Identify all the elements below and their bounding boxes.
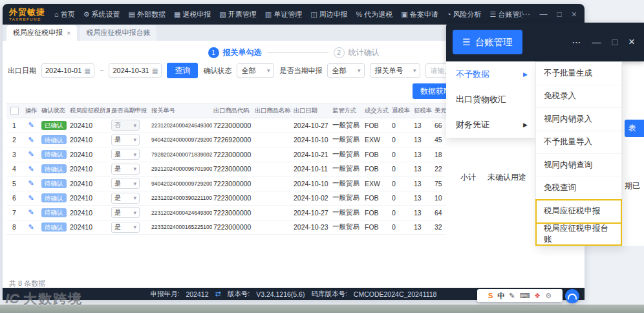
edit-pencil-icon[interactable]: ✎ [28, 121, 34, 129]
nav-item[interactable]: ▣ 备案申请 [401, 10, 438, 19]
chevron-down-icon: ▾ [267, 67, 270, 74]
edit-pencil-icon[interactable]: ✎ [28, 136, 34, 144]
ime-icon[interactable]: ✎ [509, 292, 515, 299]
date-to-input[interactable]: 2024-10-31 ▦ [109, 63, 162, 78]
ime-icon[interactable]: ❖ [534, 292, 541, 299]
ime-icon[interactable]: ⌨ [519, 292, 530, 299]
tab-close-icon[interactable]: × [67, 29, 70, 37]
tab-tax-declare-ledger[interactable]: 税局应征税申报台账 [79, 25, 157, 41]
nav-item[interactable]: ◔ 风险分析 [447, 10, 482, 19]
calendar-icon[interactable]: ▦ [85, 67, 91, 74]
edit-pencil-icon[interactable]: ✎ [28, 208, 34, 216]
header-tax-period: 税局应征税所属期 [69, 107, 110, 115]
current-period-row-select[interactable]: 是 ▾ [111, 135, 140, 146]
status-badge: 待确认 [41, 135, 67, 144]
row-refund-rate: 0 [391, 180, 413, 188]
filter-bar: 出口日期 2024-10-01 ▦ ~ 2024-10-31 ▦ 查询 确认状态… [8, 63, 488, 78]
menu-left-panel: 不予数据 ▶ 出口货物收汇 财务凭证 ▶ [446, 61, 535, 138]
assistant-button[interactable] [565, 289, 579, 303]
submenu-item[interactable]: 视同内销查询 [536, 154, 621, 177]
tab-tax-declare[interactable]: 税局应征税申报 × [6, 25, 77, 41]
current-period-row-select[interactable]: 是 ▾ [111, 222, 140, 233]
current-period-row-select[interactable]: 否 ▾ [111, 120, 140, 131]
menu-item[interactable]: 出口货物收汇 [446, 87, 535, 112]
nav-item[interactable]: ⚙ 系统设置 [83, 10, 120, 19]
calendar-icon[interactable]: ▦ [152, 67, 158, 74]
date-from-input[interactable]: 2024-10-01 ▦ [41, 63, 94, 78]
submenu-item[interactable]: 不予批量导入 [536, 131, 621, 155]
current-period-row-select[interactable]: 是 ▾ [111, 207, 140, 218]
table-row[interactable]: 5 ✎ 待确认 202410 是 ▾ 940420240000097292002 [6, 177, 469, 191]
nav-item[interactable]: ▧ 开票管理 [219, 10, 256, 19]
current-period-row-select[interactable]: 是 ▾ [111, 164, 140, 175]
nav-item[interactable]: ◫ 周边申报 [310, 10, 347, 19]
row-index: 5 [6, 180, 22, 188]
status-badge: 待确认 [41, 222, 67, 232]
submenu-item[interactable]: 不予批量生成 [536, 62, 621, 85]
minimize-icon[interactable]: — [540, 10, 548, 19]
ime-icon[interactable]: 中 [497, 292, 504, 299]
nav-item[interactable]: ☰ 台账管理 [489, 10, 522, 19]
doc-type-select[interactable]: 报关单号 ▾ [370, 63, 420, 78]
submenu-item[interactable]: 税局应征税申报 [536, 200, 621, 223]
nav-item[interactable]: ▥ 单证管理 [265, 10, 302, 19]
row-decl-no: 940420240000097292001 [150, 136, 212, 143]
close-icon[interactable]: × [572, 9, 577, 19]
table-row[interactable]: 2 ✎ 待确认 202410 是 ▾ 940420240000097292001 [6, 133, 469, 148]
edit-pencil-icon[interactable]: ✎ [28, 150, 34, 158]
query-button[interactable]: 查询 [167, 63, 198, 78]
ime-icon[interactable]: ⚙ [545, 292, 552, 299]
app-logo-subtitle: TAXREFUND [9, 17, 45, 21]
current-period-row-value: 是 [114, 193, 121, 202]
nav-icon: ▤ [129, 10, 135, 19]
more-menu-icon[interactable]: ⋯ [572, 37, 581, 47]
submenu-item[interactable]: 免税录入 [536, 85, 621, 109]
close-icon[interactable]: × [628, 36, 635, 49]
menu-item-label: 不予数据 [456, 69, 489, 80]
submenu-item[interactable]: 免税查询 [536, 177, 621, 200]
minimize-icon[interactable]: — [592, 37, 601, 47]
export-date-label: 出口日期 [8, 66, 36, 76]
confirm-status-label: 确认状态 [203, 66, 231, 76]
step-1-circle: 1 [208, 47, 219, 58]
ime-icon[interactable]: S [488, 292, 493, 299]
current-period-row-select[interactable]: 是 ▾ [111, 178, 140, 189]
submenu-item[interactable]: 税局应征税申报台账 [536, 223, 621, 246]
confirm-status-select[interactable]: 全部 ▾ [237, 63, 274, 78]
current-period-row-select[interactable]: 是 ▾ [111, 149, 140, 160]
nav-item[interactable]: ⌂ 首页 [54, 10, 75, 19]
watermark: IC 大数跨境 [5, 290, 83, 308]
row-commodity-code: 7223000000 [212, 209, 253, 217]
swap-icon[interactable]: ⇄ [215, 290, 220, 298]
chevron-down-icon: ▾ [133, 210, 136, 216]
edit-pencil-icon[interactable]: ✎ [28, 179, 34, 187]
row-export-date: 2024-10-02 [292, 194, 331, 202]
ledger-menu-button[interactable]: ☰ 台账管理 [453, 30, 522, 54]
table-row[interactable]: 7 ✎ 待确认 202410 是 ▾ 223120240004246493002 [6, 206, 469, 221]
edit-pencil-icon[interactable]: ✎ [28, 194, 34, 202]
current-period-row-select[interactable]: 是 ▾ [111, 193, 140, 204]
table-row[interactable]: 4 ✎ 待确认 202410 是 ▾ 292120240000967019001 [6, 162, 469, 177]
nav-item-label: 系统设置 [92, 10, 120, 19]
row-status-cell: 待确认 [40, 179, 69, 188]
edit-pencil-icon[interactable]: ✎ [28, 165, 34, 173]
menu-item[interactable]: 财务凭证 ▶ [446, 113, 535, 138]
chevron-down-icon: ▾ [133, 151, 136, 158]
row-decl-no: 79282024000071839002 [150, 151, 212, 158]
submenu-item[interactable]: 视同内销录入 [536, 108, 621, 131]
nav-item[interactable]: ▤ 外部数据 [129, 10, 166, 19]
nav-item[interactable]: ▦ 退税申报 [174, 10, 211, 19]
maximize-icon[interactable]: □ [612, 37, 617, 47]
select-all-checkbox[interactable] [10, 107, 19, 115]
table-row[interactable]: 8 ✎ 待确认 202410 是 ▾ 223320240001652251001 [6, 221, 469, 235]
maximize-icon[interactable]: □ [557, 10, 562, 19]
nav-item-label: 开票管理 [228, 10, 257, 19]
current-period-select[interactable]: 全部 ▾ [327, 63, 365, 78]
table-row[interactable]: 1 ✎ 已确认 202410 否 ▾ 223120240004246493001 [6, 118, 469, 133]
edit-pencil-icon[interactable]: ✎ [28, 223, 34, 231]
table-row[interactable]: 3 ✎ 待确认 202410 是 ▾ 79282024000071839002 [6, 147, 469, 162]
more-menu-icon[interactable]: ⋯ [522, 10, 530, 19]
table-row[interactable]: 6 ✎ 待确认 202410 是 ▾ 223120240003902211002 [6, 191, 469, 206]
nav-item[interactable]: % 代为退税 [356, 10, 393, 19]
menu-item[interactable]: 不予数据 ▶ [446, 61, 535, 87]
